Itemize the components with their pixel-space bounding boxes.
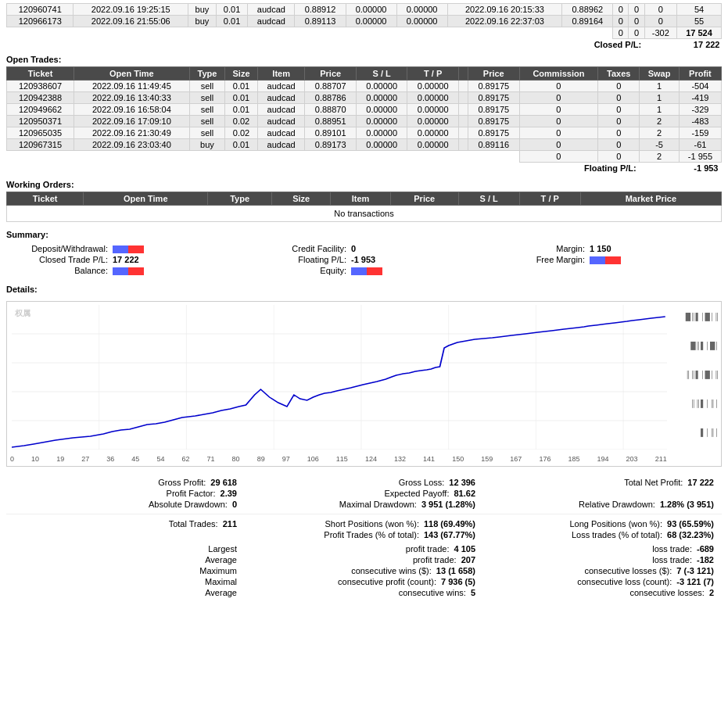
col-swap: Swap bbox=[640, 67, 680, 81]
equity-value bbox=[351, 266, 382, 275]
close-time: 2022.09.16 20:15:33 bbox=[447, 4, 562, 16]
profit-trades-label: Profit Trades (% of total): bbox=[324, 530, 419, 539]
credit-facility-row: Credit Facility: 0 bbox=[245, 244, 483, 253]
taxes: 0 bbox=[629, 4, 644, 16]
closed-trade-pl-row: Closed Trade P/L: 17 222 bbox=[6, 255, 245, 264]
average-label: Average bbox=[205, 555, 237, 564]
col-item: Item bbox=[331, 192, 391, 206]
average-consec-wins-label: consecutive wins: bbox=[399, 588, 466, 597]
open-totals-row: 002-1 955 bbox=[7, 151, 722, 163]
x-label: 132 bbox=[394, 455, 406, 463]
col-taxes: Taxes bbox=[598, 67, 640, 81]
col-open-time: Open Time bbox=[84, 192, 208, 206]
y-label-4: ║║▌│║│ bbox=[672, 400, 721, 407]
average-profit-trade-value: 207 bbox=[461, 555, 475, 564]
y-label-top: █║▌│█│║ bbox=[672, 313, 721, 321]
col-open-time: Open Time bbox=[74, 67, 190, 81]
equity-label: Equity: bbox=[245, 266, 346, 275]
sl: 0.00000 bbox=[346, 4, 396, 16]
x-label: 89 bbox=[257, 455, 265, 463]
expected-payoff-value: 81.62 bbox=[454, 489, 475, 498]
col-tp: T / P bbox=[407, 67, 459, 81]
total-profit: 17 524 bbox=[677, 27, 722, 39]
x-label: 203 bbox=[626, 455, 638, 463]
col-type: Type bbox=[189, 67, 224, 81]
maximal-consec-profit-label: consecutive profit (count): bbox=[338, 577, 436, 586]
average-profit-trade-label: profit trade: bbox=[413, 555, 457, 564]
max-consec-wins-value: 13 (1 658) bbox=[436, 566, 475, 575]
item: audcad bbox=[248, 4, 295, 16]
tp: 0.00000 bbox=[396, 4, 447, 16]
col-sl: S / L bbox=[458, 192, 519, 206]
x-label: 10 bbox=[31, 455, 39, 463]
open-time: 2022.09.16 19:25:15 bbox=[74, 4, 188, 16]
total-net-profit-value: 17 222 bbox=[687, 478, 714, 487]
max-consec-wins-label: consecutive wins ($): bbox=[351, 566, 432, 575]
table-row: 1209673152022.09.16 23:03:40buy0.01audca… bbox=[7, 139, 722, 151]
col-type: Type bbox=[208, 192, 272, 206]
type: buy bbox=[188, 16, 217, 27]
x-label: 0 bbox=[10, 455, 14, 463]
col-commission: Commission bbox=[519, 67, 598, 81]
short-positions-value: 118 (69.49%) bbox=[424, 519, 475, 529]
margin-value: 1 150 bbox=[590, 244, 611, 253]
open-trades-table: Ticket Open Time Type Size Item Price S … bbox=[6, 66, 722, 174]
y-label-bottom: ▌│║│ bbox=[672, 428, 721, 436]
balance-value bbox=[113, 266, 144, 275]
free-margin-label: Free Margin: bbox=[483, 255, 585, 264]
maximal-drawdown-label: Maximal Drawdown: bbox=[339, 500, 417, 509]
total-trades-value: 211 bbox=[223, 519, 237, 529]
close-price: 0.89164 bbox=[562, 16, 613, 27]
col-size: Size bbox=[272, 192, 331, 206]
x-label: 62 bbox=[181, 455, 189, 463]
free-margin-row: Free Margin: bbox=[483, 255, 722, 264]
table-row: 1209496622022.09.16 16:58:04sell0.01audc… bbox=[7, 104, 722, 116]
totals-row: 0 0 -302 17 524 bbox=[7, 27, 722, 39]
maximal-consec-loss-value: -3 121 (7) bbox=[676, 577, 714, 586]
x-label: 97 bbox=[282, 455, 290, 463]
balance-label: Balance: bbox=[6, 266, 108, 275]
col-tp: T / P bbox=[519, 192, 580, 206]
largest-loss-trade-label: loss trade: bbox=[652, 544, 692, 554]
open-trades-header: Open Trades: bbox=[6, 55, 722, 64]
sl: 0.00000 bbox=[346, 16, 396, 27]
size: 0.01 bbox=[216, 16, 248, 27]
maximal-label: Maximal bbox=[205, 577, 237, 586]
tp: 0.00000 bbox=[396, 16, 447, 27]
col-profit: Profit bbox=[679, 67, 721, 81]
taxes: 0 bbox=[629, 16, 644, 27]
maximum-label: Maximum bbox=[199, 566, 237, 575]
commission: 0 bbox=[613, 16, 629, 27]
swap: 0 bbox=[644, 4, 676, 16]
absolute-drawdown-label: Absolute Drawdown: bbox=[149, 500, 228, 509]
col-size: Size bbox=[225, 67, 258, 81]
long-positions-value: 93 (65.59%) bbox=[667, 519, 714, 529]
ticket: 120966173 bbox=[7, 16, 74, 27]
x-label: 115 bbox=[336, 455, 348, 463]
deposit-withdrawal-row: Deposit/Withdrawal: bbox=[6, 244, 245, 253]
x-label: 54 bbox=[156, 455, 164, 463]
table-row: 1209386072022.09.16 11:49:45sell0.01audc… bbox=[7, 81, 722, 92]
floating-pl-row: Floating P/L:-1 953 bbox=[7, 163, 722, 174]
largest-label: Largest bbox=[208, 544, 237, 554]
closed-pl-value: 17 222 bbox=[694, 40, 720, 49]
profit-factor-value: 2.39 bbox=[221, 489, 237, 498]
total-commission: 0 bbox=[613, 27, 629, 39]
floating-pl-value: -1 953 bbox=[351, 255, 375, 264]
item: audcad bbox=[248, 16, 295, 27]
price: 0.89113 bbox=[295, 16, 346, 27]
no-transactions-row: No transactions bbox=[7, 206, 722, 222]
total-net-profit-label: Total Net Profit: bbox=[624, 478, 683, 487]
deposit-withdrawal-value bbox=[113, 244, 144, 253]
floating-pl-label: Floating P/L: bbox=[245, 255, 346, 264]
profit: 54 bbox=[677, 4, 722, 16]
col-sl: S / L bbox=[356, 67, 407, 81]
x-label: 27 bbox=[81, 455, 89, 463]
col-empty bbox=[458, 67, 468, 81]
free-margin-value bbox=[590, 255, 621, 264]
long-positions-label: Long Positions (won %): bbox=[569, 519, 662, 529]
balance-row: Balance: bbox=[6, 266, 245, 275]
floating-pl-row: Floating P/L: -1 953 bbox=[245, 255, 483, 264]
open-trades-header-row: Ticket Open Time Type Size Item Price S … bbox=[7, 67, 722, 81]
total-taxes: 0 bbox=[629, 27, 644, 39]
